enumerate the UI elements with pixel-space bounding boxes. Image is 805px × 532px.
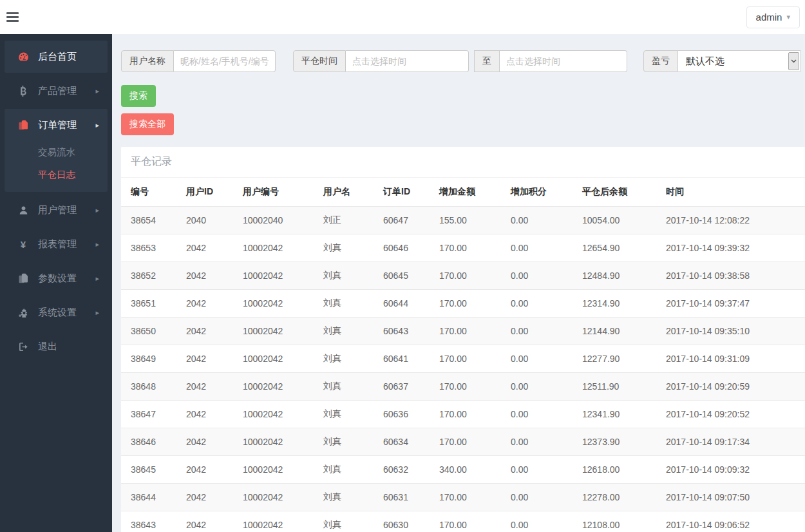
table-cell: 38647: [121, 401, 176, 428]
table-cell: 12314.90: [573, 290, 656, 318]
username-input[interactable]: [174, 50, 276, 72]
table-cell: 38644: [121, 484, 176, 511]
sidebar-item-label: 参数设置: [38, 272, 77, 285]
table-cell: 2042: [176, 373, 233, 401]
table-cell: 170.00: [430, 262, 501, 290]
table-cell: 170.00: [430, 234, 501, 262]
time-to-input[interactable]: [500, 50, 627, 72]
chevron-right-icon: ▸: [95, 87, 99, 95]
table-row: 38647204210002042刘真60636170.000.0012341.…: [121, 401, 805, 428]
table-cell: 刘真: [314, 345, 374, 373]
table-cell: 12654.90: [573, 234, 656, 262]
sidebar-item-product[interactable]: 产品管理▸: [5, 75, 108, 107]
table-cell: 60634: [374, 428, 430, 456]
table-cell: 60641: [374, 345, 430, 373]
table-cell: 0.00: [501, 511, 573, 532]
sidebar-item-home[interactable]: 后台首页: [5, 41, 108, 73]
table-cell: 10002042: [233, 484, 314, 511]
table-cell: 12277.90: [573, 345, 656, 373]
column-header: 平仓后余额: [573, 178, 656, 207]
table-cell: 12618.00: [573, 456, 656, 484]
table-cell: 2017-10-14 09:20:59: [656, 373, 805, 401]
table-cell: 0.00: [501, 401, 573, 428]
menu-toggle-icon[interactable]: [5, 8, 24, 27]
sidebar-item-user[interactable]: 用户管理▸: [5, 194, 108, 226]
table-cell: 10002042: [233, 373, 314, 401]
table-cell: 刘真: [314, 511, 374, 532]
table-cell: 0.00: [501, 207, 573, 234]
sidebar-item-logout[interactable]: 退出: [5, 330, 108, 363]
table-cell: 刘真: [314, 373, 374, 401]
search-all-button[interactable]: 搜索全部: [121, 113, 174, 135]
table-cell: 38646: [121, 428, 176, 456]
column-header: 编号: [121, 178, 176, 207]
table-cell: 2042: [176, 262, 233, 290]
table-cell: 12373.90: [573, 428, 656, 456]
table-cell: 60644: [374, 290, 430, 318]
table-cell: 38643: [121, 511, 176, 532]
sidebar-block-home: 后台首页: [5, 41, 108, 73]
table-cell: 10002042: [233, 234, 314, 262]
table-cell: 60643: [374, 318, 430, 345]
table-cell: 10054.00: [573, 207, 656, 234]
sidebar-item-param[interactable]: 参数设置▸: [5, 262, 108, 294]
table-cell: 2042: [176, 484, 233, 511]
table-cell: 60630: [374, 511, 430, 532]
panel-title: 平仓记录: [121, 147, 805, 178]
gears-icon: [17, 308, 30, 318]
profit-select[interactable]: 默认不选: [678, 50, 801, 72]
table-cell: 刘正: [314, 207, 374, 234]
table-cell: 12484.90: [573, 262, 656, 290]
table-cell: 2017-10-14 12:08:22: [656, 207, 805, 234]
column-header: 用户名: [314, 178, 374, 207]
table-cell: 2042: [176, 511, 233, 532]
table-row: 38653204210002042刘真60646170.000.0012654.…: [121, 234, 805, 262]
table-cell: 0.00: [501, 234, 573, 262]
table-row: 38650204210002042刘真60643170.000.0012144.…: [121, 318, 805, 345]
sidebar-item-report[interactable]: ¥报表管理▸: [5, 228, 108, 260]
table-cell: 0.00: [501, 428, 573, 456]
table-cell: 10002042: [233, 318, 314, 345]
table-cell: 刘真: [314, 428, 374, 456]
table-cell: 2017-10-14 09:35:10: [656, 318, 805, 345]
table-cell: 60645: [374, 262, 430, 290]
table-cell: 2042: [176, 401, 233, 428]
files-icon: [17, 120, 30, 130]
chevron-right-icon: ▸: [95, 121, 99, 129]
sidebar-subitem-close-log[interactable]: 平仓日志: [5, 164, 108, 186]
profit-filter-group: 盈亏 默认不选: [643, 50, 801, 72]
table-cell: 170.00: [430, 428, 501, 456]
sidebar-item-system[interactable]: 系统设置▸: [5, 296, 108, 328]
table-cell: 2017-10-14 09:07:50: [656, 484, 805, 511]
table-cell: 0.00: [501, 373, 573, 401]
table-cell: 刘真: [314, 456, 374, 484]
table-cell: 0.00: [501, 318, 573, 345]
records-panel: 平仓记录 编号用户ID用户编号用户名订单ID增加金额增加积分平仓后余额时间 38…: [121, 147, 805, 532]
sidebar-item-label: 订单管理: [38, 119, 77, 131]
table-cell: 2042: [176, 428, 233, 456]
table-cell: 12144.90: [573, 318, 656, 345]
column-header: 订单ID: [374, 178, 430, 207]
table-cell: 10002042: [233, 290, 314, 318]
table-row: 38646204210002042刘真60634170.000.0012373.…: [121, 428, 805, 456]
username-label: 用户名称: [121, 50, 174, 72]
table-cell: 2017-10-14 09:31:09: [656, 345, 805, 373]
table-cell: 170.00: [430, 484, 501, 511]
sidebar-block-param: 参数设置▸: [5, 262, 108, 294]
user-menu[interactable]: admin ▾: [746, 6, 800, 28]
table-cell: 38654: [121, 207, 176, 234]
table-cell: 2017-10-14 09:06:52: [656, 511, 805, 532]
search-button[interactable]: 搜索: [121, 85, 156, 107]
table-cell: 12341.90: [573, 401, 656, 428]
table-row: 38651204210002042刘真60644170.000.0012314.…: [121, 290, 805, 318]
table-cell: 2017-10-14 09:39:32: [656, 234, 805, 262]
table-cell: 38645: [121, 456, 176, 484]
sidebar-item-order[interactable]: 订单管理▸: [5, 109, 108, 141]
bitcoin-icon: [17, 86, 30, 97]
sidebar-subitem-trade-flow[interactable]: 交易流水: [5, 141, 108, 164]
sidebar-block-order: 订单管理▸交易流水平仓日志: [5, 109, 108, 192]
sidebar-item-label: 后台首页: [38, 51, 77, 63]
select-arrow-icon: [788, 52, 799, 70]
time-from-input[interactable]: [346, 50, 469, 72]
table-cell: 170.00: [430, 511, 501, 532]
